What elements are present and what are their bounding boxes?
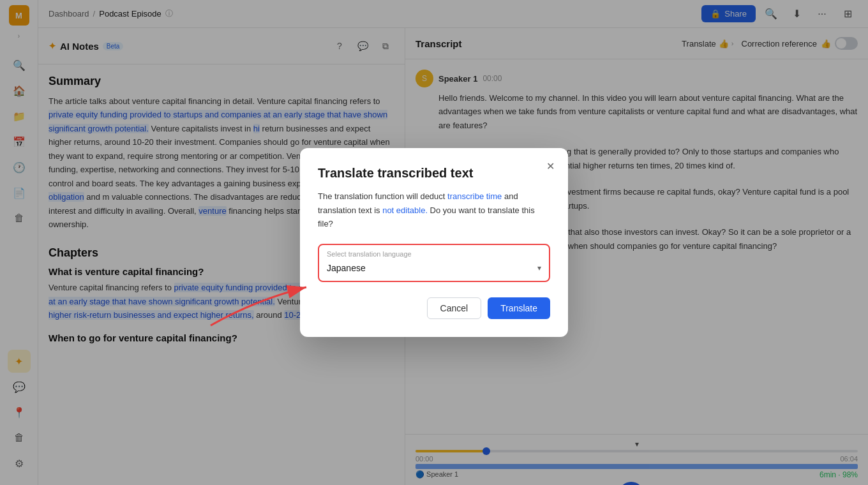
translate-button[interactable]: Translate bbox=[488, 297, 550, 319]
select-chevron-icon: ▾ bbox=[537, 264, 541, 272]
modal-body: The translation function will deduct tra… bbox=[318, 190, 550, 230]
language-select-wrapper: Select translation language Japanese ▾ bbox=[318, 244, 550, 282]
selected-language: Japanese bbox=[327, 263, 366, 273]
modal-overlay[interactable]: ✕ Translate transcribed text The transla… bbox=[0, 0, 868, 485]
select-label: Select translation language bbox=[319, 248, 549, 258]
modal-actions: Cancel Translate bbox=[318, 297, 550, 319]
language-select[interactable]: Japanese ▾ bbox=[319, 258, 549, 278]
translate-modal: ✕ Translate transcribed text The transla… bbox=[300, 148, 568, 336]
cancel-button[interactable]: Cancel bbox=[427, 297, 482, 319]
modal-close-button[interactable]: ✕ bbox=[542, 158, 558, 174]
modal-title: Translate transcribed text bbox=[318, 166, 550, 181]
